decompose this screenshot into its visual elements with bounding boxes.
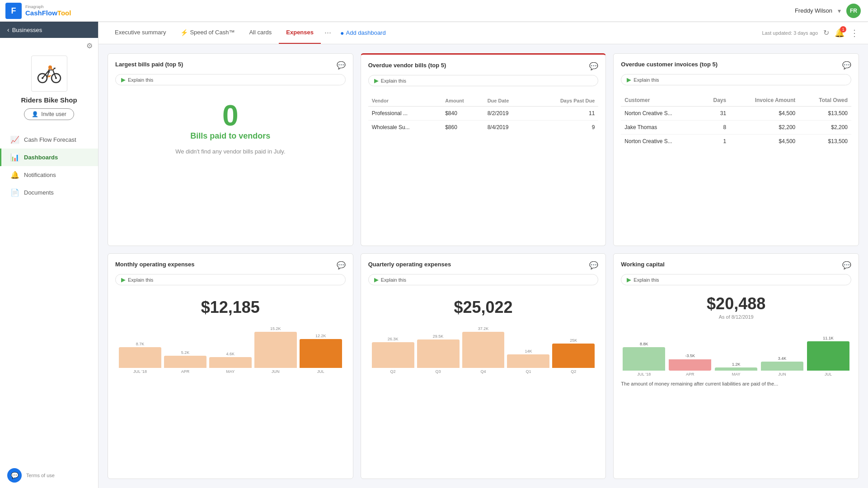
vendor-amount: $840 xyxy=(441,107,483,121)
chat-bubble-button[interactable]: 💬 xyxy=(7,468,22,483)
overdue-customer-table: Customer Days Invoice Amount Total Owed … xyxy=(621,94,851,148)
quarterly-value: $25,022 xyxy=(368,298,599,317)
chart-bar xyxy=(462,332,505,368)
explain-button-overdue-customer[interactable]: ▶ Explain this xyxy=(621,74,851,85)
bills-paid-number: 0 xyxy=(115,100,346,131)
sidebar-footer: 💬 Terms of use xyxy=(0,463,98,488)
wc-bar-col: -3.5KAPR xyxy=(669,353,711,376)
wc-x-label: JUL '18 xyxy=(637,372,651,376)
explain-icon-5: ▶ xyxy=(374,276,379,283)
more-options-button[interactable]: ⋮ xyxy=(850,28,859,38)
card-menu-overdue-customer[interactable]: 💬 xyxy=(842,61,851,70)
tab-executive[interactable]: Executive summary xyxy=(108,22,173,44)
vendor-amount: $860 xyxy=(441,121,483,135)
chart-col: 5.2KAPR xyxy=(164,350,206,374)
sidebar-item-dashboards[interactable]: 📊 Dashboards xyxy=(0,149,98,166)
chart-bar xyxy=(164,356,206,368)
monthly-value: $12,185 xyxy=(115,298,346,317)
wc-x-label: APR xyxy=(686,372,694,376)
table-row: Norton Creative S... 31 $4,500 $13,500 xyxy=(621,107,851,121)
customer-invoice: $4,500 xyxy=(730,135,799,149)
card-menu-wc[interactable]: 💬 xyxy=(842,261,851,270)
chart-col: 26.3KQ2 xyxy=(372,337,414,374)
bills-paid-label: Bills paid to vendors xyxy=(115,131,346,141)
wc-pos-bar xyxy=(761,362,803,371)
sidebar-item-documents[interactable]: 📄 Documents xyxy=(0,184,98,201)
wc-x-label: JUL xyxy=(825,372,832,376)
wc-pos-bar xyxy=(715,367,757,371)
wc-bar-col: 1.2KMAY xyxy=(715,362,757,376)
wc-bar-col: 11.1KJUL xyxy=(807,336,849,376)
customer-days: 8 xyxy=(700,121,730,135)
tab-add-dashboard[interactable]: ● Add dashboard xyxy=(335,29,391,37)
invite-icon: 👤 xyxy=(32,111,38,117)
wc-value: $20,488 xyxy=(621,294,851,313)
chart-x-label: Q1 xyxy=(525,369,531,374)
wc-date: As of 8/12/2019 xyxy=(621,314,851,320)
avatar[interactable]: FR xyxy=(846,4,861,18)
sidebar-nav: 📈 Cash Flow Forecast 📊 Dashboards 🔔 Noti… xyxy=(0,127,98,463)
invite-user-button[interactable]: 👤 Invite user xyxy=(24,108,74,120)
logo-finagraph: Finagraph xyxy=(25,5,71,9)
chart-bar-value: 26.3K xyxy=(388,337,399,341)
card-overdue-vendor: Overdue vendor bills (top 5) 💬 ▶ Explain… xyxy=(361,53,606,246)
chart-bar xyxy=(507,354,549,368)
logo-area: F Finagraph CashFlowTool xyxy=(5,3,71,19)
col-total-owed: Total Owed xyxy=(799,94,851,107)
customer-name: Norton Creative S... xyxy=(621,107,700,121)
col-days-past-due: Days Past Due xyxy=(530,95,598,107)
sidebar-back-button[interactable]: ‹ Businesses xyxy=(0,22,98,38)
cashflow-label: Cash Flow Forecast xyxy=(24,136,76,143)
chart-x-label: Q2 xyxy=(571,369,576,374)
table-row: Norton Creative S... 1 $4,500 $13,500 xyxy=(621,135,851,149)
card-quarterly-expenses: Quarterly operating expenses 💬 ▶ Explain… xyxy=(361,253,606,479)
refresh-button[interactable]: ↻ xyxy=(823,28,829,37)
chart-bar-value: 15.2K xyxy=(270,326,281,331)
col-vendor: Vendor xyxy=(368,95,442,107)
chart-col: 37.2KQ4 xyxy=(462,326,505,374)
explain-button-quarterly[interactable]: ▶ Explain this xyxy=(368,274,599,285)
terms-link[interactable]: Terms of use xyxy=(26,473,55,478)
gear-button[interactable]: ⚙ xyxy=(86,42,93,50)
card-header-overdue-vendor: Overdue vendor bills (top 5) 💬 xyxy=(368,62,599,70)
chart-x-label: Q3 xyxy=(436,369,441,374)
explain-button-monthly[interactable]: ▶ Explain this xyxy=(115,274,346,285)
tab-expenses[interactable]: Expenses xyxy=(279,22,321,44)
explain-icon-1: ▶ xyxy=(121,76,126,83)
customer-invoice: $4,500 xyxy=(730,107,799,121)
card-menu-monthly[interactable]: 💬 xyxy=(337,261,346,270)
overdue-vendor-table: Vendor Amount Due Date Days Past Due Pro… xyxy=(368,95,599,134)
wc-bar-value-label: 3.4K xyxy=(778,356,787,361)
vendor-due-date: 8/4/2019 xyxy=(484,121,530,135)
customer-days: 1 xyxy=(700,135,730,149)
chart-bar xyxy=(372,342,414,368)
tab-speed-of-cash[interactable]: ⚡ Speed of Cash™ xyxy=(173,22,242,44)
explain-button-largest-bills[interactable]: ▶ Explain this xyxy=(115,74,346,85)
tab-all-cards[interactable]: All cards xyxy=(242,22,279,44)
card-header-wc: Working capital 💬 xyxy=(621,261,851,270)
card-menu-overdue-vendor[interactable]: 💬 xyxy=(589,62,598,70)
customer-total: $13,500 xyxy=(799,107,851,121)
card-working-capital: Working capital 💬 ▶ Explain this $20,488… xyxy=(613,253,859,479)
dropdown-arrow-icon[interactable]: ▾ xyxy=(838,7,841,14)
dashboards-label: Dashboards xyxy=(24,154,58,161)
sidebar-item-notifications[interactable]: 🔔 Notifications xyxy=(0,166,98,184)
explain-button-overdue-vendor[interactable]: ▶ Explain this xyxy=(368,75,599,86)
sidebar-item-cashflow[interactable]: 📈 Cash Flow Forecast xyxy=(0,131,98,149)
card-menu-quarterly[interactable]: 💬 xyxy=(589,261,598,270)
notification-button[interactable]: 🔔 1 xyxy=(835,28,845,38)
chart-bar-value: 25K xyxy=(570,338,577,343)
bills-paid-no-data: We didn't find any vendor bills paid in … xyxy=(115,148,346,155)
explain-button-wc[interactable]: ▶ Explain this xyxy=(621,274,851,285)
tab-more-dots[interactable]: ··· xyxy=(321,28,335,37)
col-amount: Amount xyxy=(441,95,483,107)
card-menu-largest-bills[interactable]: 💬 xyxy=(337,61,346,70)
svg-text:F: F xyxy=(11,6,16,15)
chart-bar xyxy=(209,357,252,368)
user-name[interactable]: Freddy Wilson xyxy=(795,7,832,14)
chart-x-label: Q2 xyxy=(390,369,396,374)
chart-bar xyxy=(300,339,342,368)
customer-total: $13,500 xyxy=(799,135,851,149)
vendor-days: 11 xyxy=(530,107,598,121)
card-header-overdue-customer: Overdue customer invoices (top 5) 💬 xyxy=(621,61,851,70)
